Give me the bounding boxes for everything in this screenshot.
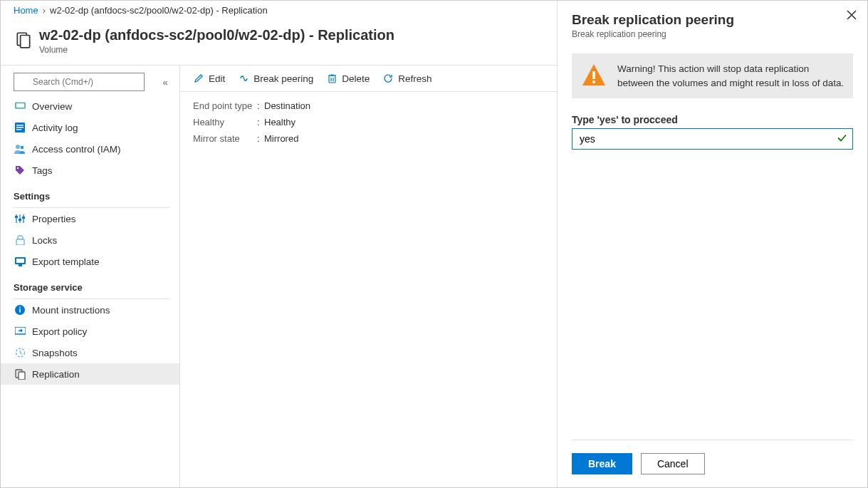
locks-icon — [14, 234, 26, 246]
refresh-button[interactable]: Refresh — [382, 73, 432, 84]
svg-rect-13 — [16, 214, 17, 223]
sidebar-section-storage: Storage service — [1, 272, 179, 296]
export-template-icon — [14, 256, 26, 267]
sidebar-item-export-policy[interactable]: Export policy — [1, 321, 179, 342]
svg-rect-5 — [16, 103, 23, 108]
svg-rect-29 — [19, 372, 25, 380]
panel-footer: Break Cancel — [572, 440, 853, 474]
page-subtitle: Volume — [39, 45, 394, 55]
close-panel-button[interactable] — [846, 9, 857, 24]
detail-value-endpoint: Destination — [264, 100, 310, 111]
detail-value-mirror: Mirrored — [264, 133, 298, 144]
sidebar-item-mount-instructions[interactable]: Mount instructions — [1, 299, 179, 321]
svg-rect-22 — [19, 264, 22, 266]
toolbar-label: Delete — [342, 73, 370, 84]
sidebar-item-label: Replication — [32, 369, 80, 380]
collapse-sidebar-button[interactable]: « — [158, 77, 172, 88]
sidebar-item-label: Overview — [32, 101, 72, 112]
replication-icon — [14, 368, 26, 380]
detail-label-mirror: Mirror state — [193, 133, 257, 144]
confirm-field-label: Type 'yes' to procceed — [572, 114, 853, 125]
detail-value-healthy: Healthy — [264, 117, 296, 128]
toolbar-label: Edit — [209, 73, 225, 84]
sidebar-item-label: Export policy — [32, 326, 87, 337]
snapshots-icon — [14, 347, 26, 358]
warning-icon — [580, 62, 607, 89]
warning-text: Warning! This action will stop data repl… — [617, 62, 845, 90]
warning-banner: Warning! This action will stop data repl… — [572, 53, 853, 98]
svg-point-32 — [592, 81, 595, 83]
svg-point-10 — [16, 145, 20, 149]
svg-point-25 — [19, 307, 21, 308]
svg-rect-17 — [19, 219, 21, 221]
svg-rect-21 — [16, 259, 24, 263]
svg-rect-31 — [592, 71, 595, 79]
panel-title: Break replication peering — [572, 12, 853, 28]
overview-icon — [14, 100, 26, 112]
sidebar-item-label: Access control (IAM) — [32, 144, 121, 155]
detail-label-endpoint: End point type — [193, 100, 257, 111]
sidebar-item-overview[interactable]: Overview — [1, 95, 179, 117]
detail-label-healthy: Healthy — [193, 117, 257, 128]
break-replication-panel: Break replication peering Break replicat… — [557, 1, 867, 487]
sidebar-item-locks[interactable]: Locks — [1, 229, 179, 251]
svg-rect-30 — [329, 76, 335, 83]
edit-button[interactable]: Edit — [193, 73, 225, 84]
svg-rect-9 — [16, 129, 21, 130]
svg-rect-1 — [21, 36, 30, 48]
sidebar-item-label: Activity log — [32, 123, 78, 133]
properties-icon — [14, 213, 26, 224]
sidebar-item-label: Snapshots — [32, 348, 78, 358]
break-icon — [238, 73, 249, 84]
activity-log-icon — [14, 122, 26, 133]
check-icon — [836, 133, 847, 146]
breadcrumb-current: w2-02-dp (anfdocs-sc2/pool0/w2-02-dp) - … — [50, 5, 268, 16]
breadcrumb-separator: › — [43, 5, 46, 16]
sidebar-item-label: Locks — [32, 235, 57, 246]
svg-rect-24 — [19, 309, 21, 313]
svg-rect-16 — [15, 216, 18, 218]
svg-rect-19 — [16, 239, 24, 245]
volume-icon — [14, 30, 33, 50]
sidebar-item-label: Properties — [32, 214, 76, 224]
sidebar-item-snapshots[interactable]: Snapshots — [1, 342, 179, 363]
sidebar-item-access-control[interactable]: Access control (IAM) — [1, 138, 179, 160]
sidebar: « Overview Activity log Access control (… — [1, 66, 180, 488]
refresh-icon — [382, 73, 394, 84]
pencil-icon — [193, 73, 204, 84]
svg-rect-8 — [16, 127, 23, 128]
export-policy-icon — [14, 326, 26, 337]
page-title: w2-02-dp (anfdocs-sc2/pool0/w2-02-dp) - … — [39, 27, 394, 43]
sidebar-item-replication[interactable]: Replication — [1, 363, 179, 385]
break-peering-button[interactable]: Break peering — [238, 73, 313, 84]
svg-rect-18 — [22, 217, 25, 219]
sidebar-item-label: Tags — [32, 165, 53, 176]
trash-icon — [326, 73, 338, 84]
info-icon — [14, 304, 26, 316]
sidebar-item-tags[interactable]: Tags — [1, 160, 179, 181]
svg-rect-7 — [16, 125, 23, 126]
breadcrumb-home[interactable]: Home — [14, 5, 38, 16]
sidebar-item-activity-log[interactable]: Activity log — [1, 117, 179, 138]
delete-button[interactable]: Delete — [326, 73, 370, 84]
sidebar-item-properties[interactable]: Properties — [1, 208, 179, 229]
toolbar-label: Refresh — [398, 73, 432, 84]
sidebar-section-settings: Settings — [1, 181, 179, 204]
sidebar-item-export-template[interactable]: Export template — [1, 251, 179, 272]
sidebar-item-label: Mount instructions — [32, 305, 110, 316]
sidebar-item-label: Export template — [32, 256, 100, 267]
search-input[interactable] — [14, 73, 145, 91]
svg-point-11 — [21, 146, 24, 150]
cancel-button[interactable]: Cancel — [641, 453, 705, 474]
tags-icon — [14, 165, 26, 176]
access-control-icon — [14, 143, 26, 155]
panel-subtitle: Break replication peering — [572, 29, 853, 39]
confirm-input[interactable] — [572, 128, 853, 150]
toolbar-label: Break peering — [253, 73, 313, 84]
break-button[interactable]: Break — [572, 453, 632, 474]
svg-point-12 — [17, 167, 19, 169]
